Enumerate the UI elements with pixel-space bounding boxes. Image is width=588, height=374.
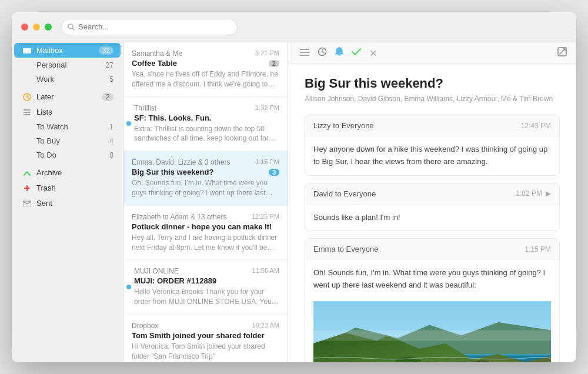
sender-3: Emma, David, Lizzie & 3 others xyxy=(132,158,250,166)
preview-1: Yea, since he lives off of Eddy and Fill… xyxy=(132,69,279,89)
preview-4: Hey all, Terry and I are having a potluc… xyxy=(132,233,279,253)
unread-dot-5 xyxy=(126,285,131,289)
message-time-1: 12:43 PM xyxy=(521,122,551,130)
sidebar-item-later[interactable]: Later 2 xyxy=(14,89,121,104)
email-list: Samantha & Me 3:21 PM Coffee Table 2 Yea… xyxy=(123,42,288,362)
sidebar: Mailbox 32 Personal 27 Work 5 xyxy=(12,42,123,362)
close-button[interactable] xyxy=(21,24,28,31)
preview-3: Oh! Sounds fun, I'm in. What time were y… xyxy=(132,178,279,198)
lists-label: Lists xyxy=(36,108,113,116)
time-5: 11:56 AM xyxy=(252,267,279,274)
sender-5: MUJI ONLINE xyxy=(134,267,248,275)
towatch-count: 1 xyxy=(109,123,113,131)
toolbar-left-icons: ✕ xyxy=(300,47,377,59)
email-item-1[interactable]: Samantha & Me 3:21 PM Coffee Table 2 Yea… xyxy=(123,42,288,97)
mailbox-count: 32 xyxy=(99,46,113,55)
close-toolbar-icon[interactable]: ✕ xyxy=(369,48,377,59)
message-header-3[interactable]: Emma to Everyone 1:15 PM xyxy=(305,239,559,260)
svg-point-9 xyxy=(24,109,25,111)
email-item-6[interactable]: Dropbox 10:23 AM Tom Smith joined your s… xyxy=(123,315,288,362)
message-from-2: David to Everyone xyxy=(313,189,376,198)
sidebar-item-mailbox[interactable]: Mailbox 32 xyxy=(14,43,121,58)
subject-6: Tom Smith joined your shared folder xyxy=(132,331,279,340)
sidebar-item-work[interactable]: Work 5 xyxy=(14,72,121,86)
message-from-3: Emma to Everyone xyxy=(313,245,379,253)
trash-label: Trash xyxy=(36,183,113,192)
svg-line-20 xyxy=(322,52,324,53)
badge-1: 2 xyxy=(269,60,279,67)
tobuy-label: To Buy xyxy=(36,136,109,145)
svg-point-11 xyxy=(24,114,25,115)
sidebar-item-lists[interactable]: Lists xyxy=(14,105,121,119)
message-header-2[interactable]: David to Everyone 1:02 PM ▶ xyxy=(305,183,559,205)
message-from-1: Lizzy to Everyone xyxy=(313,121,374,130)
towatch-label: To Watch xyxy=(36,122,109,131)
todo-count: 8 xyxy=(109,151,113,159)
preview-6: Hi Veronica, Tom Smith joined your share… xyxy=(132,342,279,362)
sidebar-item-sent[interactable]: Sent xyxy=(14,196,121,211)
subject-4: Potluck dinner - hope you can make it! xyxy=(132,222,279,231)
email-item-5[interactable]: MUJI ONLINE 11:56 AM MUJI: ORDER #112889… xyxy=(123,260,288,315)
badge-3: 3 xyxy=(269,169,279,176)
later-count: 2 xyxy=(102,93,113,101)
svg-line-23 xyxy=(560,49,564,54)
time-6: 10:23 AM xyxy=(252,322,279,329)
svg-point-0 xyxy=(68,24,73,29)
sent-icon xyxy=(21,200,33,206)
sidebar-item-towatch[interactable]: To Watch 1 xyxy=(14,120,121,133)
time-3: 1:15 PM xyxy=(255,158,279,165)
time-1: 3:21 PM xyxy=(255,49,279,56)
message-block-3: Emma to Everyone 1:15 PM Oh! Sounds fun,… xyxy=(305,238,560,362)
message-time-2: 1:02 PM xyxy=(516,189,542,198)
sender-6: Dropbox xyxy=(132,322,248,330)
sidebar-item-archive[interactable]: Archive xyxy=(14,165,121,180)
sidebar-item-personal[interactable]: Personal 27 xyxy=(14,58,121,72)
sidebar-item-trash[interactable]: Trash xyxy=(14,181,121,195)
svg-line-5 xyxy=(27,97,29,98)
message-block-2: David to Everyone 1:02 PM ▶ Sounds like … xyxy=(305,183,560,232)
sidebar-item-todo[interactable]: To Do 8 xyxy=(14,148,121,162)
tobuy-count: 4 xyxy=(109,137,113,145)
email-item-4[interactable]: Elizabeth to Adam & 13 others 12:25 PM P… xyxy=(123,206,288,261)
search-bar[interactable] xyxy=(61,19,238,35)
preview-5: Hello Veronica Brooks Thank you for your… xyxy=(132,287,279,307)
minimize-button[interactable] xyxy=(33,24,40,31)
detail-recipients: Allison Johnson, David Gibson, Emma Will… xyxy=(305,95,560,103)
preview-2: Extra: Thrillist is counting down the to… xyxy=(132,124,279,144)
message-body-1: Hey anyone down for a hike this weekend?… xyxy=(305,136,559,175)
sent-label: Sent xyxy=(36,199,113,208)
message-body-3: Oh! Sounds fun, I'm in. What time were y… xyxy=(305,260,559,362)
bell-toolbar-icon[interactable] xyxy=(335,47,343,59)
mailbox-label: Mailbox xyxy=(36,46,99,55)
time-4: 12:25 PM xyxy=(252,213,279,220)
message-block-1: Lizzy to Everyone 12:43 PM Hey anyone do… xyxy=(305,115,560,176)
email-detail: Big Sur this weekend? Allison Johnson, D… xyxy=(288,64,576,362)
check-toolbar-icon[interactable] xyxy=(352,48,361,58)
message-time-3: 1:15 PM xyxy=(524,245,551,253)
email-item-3[interactable]: Emma, David, Lizzie & 3 others 1:15 PM B… xyxy=(123,151,288,206)
archive-icon xyxy=(21,169,33,177)
search-input[interactable] xyxy=(78,22,231,31)
detail-toolbar: ✕ xyxy=(288,42,576,64)
fullscreen-button[interactable] xyxy=(45,24,52,31)
coastal-image xyxy=(313,296,551,362)
subject-3: Big Sur this weekend? xyxy=(132,168,265,176)
email-item-2[interactable]: Thrillist 1:32 PM SF: This. Looks. Fun. … xyxy=(123,97,288,152)
work-count: 5 xyxy=(109,75,113,84)
later-label: Later xyxy=(36,92,102,101)
clock-toolbar-icon[interactable] xyxy=(318,47,327,59)
subject-1: Coffee Table xyxy=(132,59,265,68)
sidebar-item-tobuy[interactable]: To Buy 4 xyxy=(14,134,121,148)
message-header-1[interactable]: Lizzy to Everyone 12:43 PM xyxy=(305,115,559,136)
mailbox-icon xyxy=(21,47,33,54)
personal-label: Personal xyxy=(36,61,106,69)
chevron-right-icon: ▶ xyxy=(546,189,551,198)
unread-dot-2 xyxy=(126,121,131,126)
list-toolbar-icon[interactable] xyxy=(300,48,309,58)
sender-4: Elizabeth to Adam & 13 others xyxy=(132,213,247,221)
todo-label: To Do xyxy=(36,151,109,159)
detail-title: Big Sur this weekend? xyxy=(305,76,560,91)
compose-toolbar-icon[interactable] xyxy=(557,47,567,59)
traffic-lights xyxy=(21,24,52,31)
svg-line-1 xyxy=(73,28,75,30)
